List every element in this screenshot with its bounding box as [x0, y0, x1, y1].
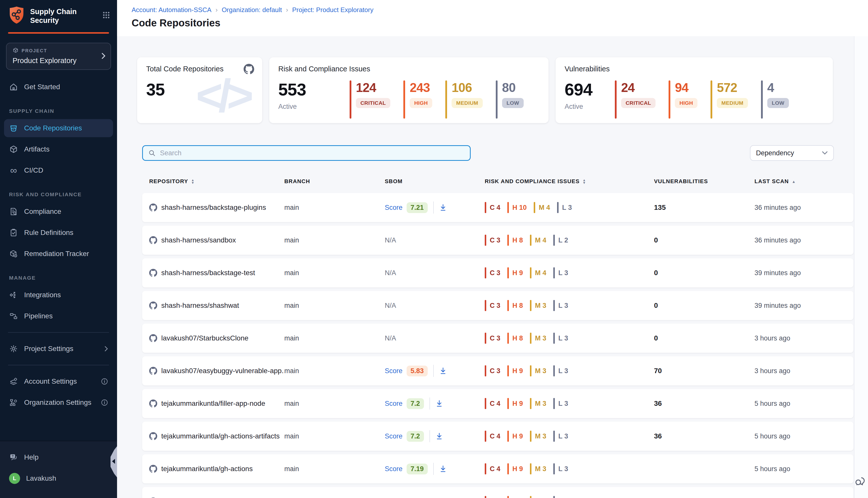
github-icon [149, 302, 157, 310]
sidebar-item-artifacts[interactable]: Artifacts [4, 140, 113, 158]
sbom-score-value: 7.2 [406, 398, 424, 409]
issues-low: L 3 [553, 333, 568, 344]
chat-support-icon[interactable] [854, 475, 867, 490]
issues-critical: C 3 [485, 235, 500, 246]
sbom-score-link[interactable]: Score [385, 432, 403, 440]
branch-label: main [284, 335, 299, 342]
issues-low: L 3 [557, 202, 572, 213]
sbom-score-link[interactable]: Score [385, 367, 403, 375]
table-row[interactable]: tejakummarikuntla/filler-app-node main S… [142, 389, 853, 418]
table-row[interactable]: shash-harness/backstage-plugins main Sco… [142, 193, 853, 222]
sidebar-item-cicd[interactable]: ∞ CI/CD [4, 161, 113, 180]
sbom-score-value: 5.83 [406, 366, 428, 376]
severity-medium: 106 MEDIUM [445, 80, 483, 119]
code-repository-icon [9, 123, 18, 133]
sort-icon: ▲▼ [191, 179, 195, 184]
sbom-score-link[interactable]: Score [385, 465, 403, 473]
issues-medium: M 4 [530, 235, 546, 246]
breadcrumb-organization[interactable]: Organization: default [222, 6, 282, 14]
column-last-scan[interactable]: LAST SCAN ▲ [755, 178, 853, 185]
sbom-score-link[interactable]: Score [385, 204, 403, 212]
sidebar-item-project-settings[interactable]: Project Settings [4, 340, 113, 358]
sbom-na: N/A [385, 335, 396, 342]
sidebar-item-get-started[interactable]: Get Started [4, 78, 113, 96]
branch-label: main [284, 269, 299, 277]
repository-name[interactable]: shash-harness/backstage-plugins [161, 204, 266, 212]
page-header: Account: Automation-SSCA › Organization:… [117, 0, 868, 36]
table-row[interactable]: lavakush07/StarbucksClone main N/A C 3 H… [142, 324, 853, 353]
breadcrumb-account[interactable]: Account: Automation-SSCA [132, 6, 212, 14]
column-risk-compliance-issues[interactable]: RISK AND COMPLIANCE ISSUES ▲▼ [485, 178, 654, 185]
last-scan-time: 39 minutes ago [755, 269, 801, 277]
vulnerability-count: 36 [654, 399, 662, 408]
table-row[interactable]: lavakush07/argocd-hub-spoke-demo main N/… [142, 487, 853, 498]
severity-count: 24 [621, 80, 655, 95]
sidebar-item-rule-definitions[interactable]: Rule Definitions [4, 224, 113, 242]
table-row[interactable]: shash-harness/sandbox main N/A C 3 H 8 M… [142, 226, 853, 255]
table-row[interactable]: lavakush07/easybuggy-vulnerable-app... m… [142, 356, 853, 385]
repository-name[interactable]: tejakummarikuntla/filler-app-node [161, 399, 265, 408]
search-input[interactable] [160, 149, 464, 157]
breadcrumb-separator: › [286, 6, 288, 14]
table-row[interactable]: tejakummarikuntla/gh-actions-artifacts m… [142, 422, 853, 451]
sidebar-item-integrations[interactable]: Integrations [4, 286, 113, 304]
sidebar-item-account-settings[interactable]: Account Settings [4, 372, 113, 391]
issues-high: H 9 [507, 398, 523, 409]
sbom-score-value: 7.21 [406, 202, 428, 213]
severity-badge: MEDIUM [452, 98, 483, 108]
repository-name[interactable]: tejakummarikuntla/gh-actions-artifacts [161, 432, 280, 440]
sidebar-item-code-repositories[interactable]: Code Repositories [4, 119, 113, 137]
breadcrumb-separator: › [215, 6, 218, 14]
breadcrumb-project[interactable]: Project: Product Exploratory [292, 6, 373, 14]
issues-medium: M 3 [530, 333, 546, 344]
sidebar-item-remediation-tracker[interactable]: Remediation Tracker [4, 245, 113, 263]
integrations-icon [9, 290, 18, 300]
user-menu[interactable]: L Lavakush [4, 469, 113, 487]
last-scan-time: 36 minutes ago [755, 236, 801, 244]
severity-count: 106 [452, 80, 483, 95]
download-sbom-icon[interactable] [436, 400, 443, 407]
download-sbom-icon[interactable] [439, 465, 447, 473]
last-scan-time: 3 hours ago [755, 367, 790, 375]
sbom-score-link[interactable]: Score [385, 400, 403, 408]
app-switcher-icon[interactable] [103, 11, 110, 21]
sbom-score: Score 7.19 [385, 463, 447, 475]
table-row[interactable]: shash-harness/shashwat main N/A C 3 H 8 … [142, 291, 853, 320]
repository-name[interactable]: tejakummarikuntla/gh-actions [161, 465, 253, 473]
issues-medium: M 4 [534, 202, 550, 213]
repository-name[interactable]: shash-harness/sandbox [161, 236, 236, 244]
repository-name[interactable]: shash-harness/shashwat [161, 302, 239, 310]
sidebar-item-label: Project Settings [24, 345, 74, 353]
dependency-filter-dropdown[interactable]: Dependency [750, 145, 834, 161]
info-icon[interactable] [101, 378, 108, 385]
severity-bar [710, 80, 712, 119]
issues-low: L 3 [553, 463, 568, 474]
sidebar-item-organization-settings[interactable]: Organization Settings [4, 393, 113, 411]
project-selector[interactable]: PROJECT Product Exploratory [6, 43, 111, 70]
repository-name[interactable]: lavakush07/easybuggy-vulnerable-app... [161, 367, 284, 375]
sidebar-item-pipelines[interactable]: Pipelines [4, 307, 113, 325]
supply-chain-security-logo [8, 5, 25, 27]
right-gutter [854, 36, 868, 498]
severity-count: 124 [356, 80, 390, 95]
branch-label: main [284, 204, 299, 212]
table-row[interactable]: tejakummarikuntla/gh-actions main Score … [142, 454, 853, 483]
vulnerability-count: 0 [654, 302, 658, 310]
download-sbom-icon[interactable] [439, 204, 447, 211]
repository-name[interactable]: lavakush07/StarbucksClone [161, 334, 249, 342]
brand-accent-divider [8, 32, 109, 34]
table-row[interactable]: shash-harness/backstage-test main N/A C … [142, 258, 853, 287]
last-scan-time: 36 minutes ago [755, 204, 801, 212]
info-icon[interactable] [101, 399, 108, 406]
code-watermark: </> [196, 73, 249, 119]
user-name: Lavakush [26, 474, 56, 482]
download-sbom-icon[interactable] [439, 367, 447, 375]
sidebar-divider [8, 332, 109, 333]
sidebar-item-label: Compliance [24, 208, 61, 215]
severity-badge: HIGH [410, 98, 432, 108]
help-button[interactable]: ? Help [4, 448, 113, 466]
download-sbom-icon[interactable] [436, 432, 443, 440]
sidebar-item-compliance[interactable]: Compliance [4, 202, 113, 221]
repository-name[interactable]: shash-harness/backstage-test [161, 269, 255, 277]
column-repository[interactable]: REPOSITORY ▲▼ [142, 178, 284, 185]
